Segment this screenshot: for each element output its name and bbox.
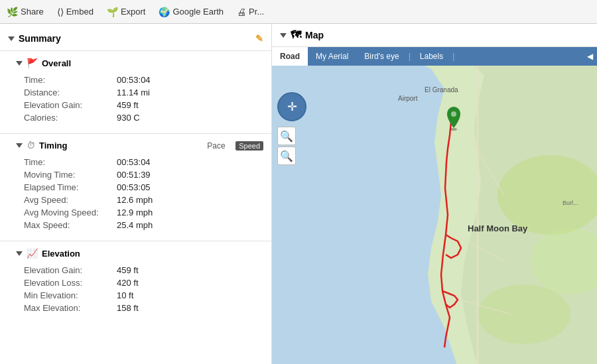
elevation-min-row: Min Elevation: 10 ft (24, 289, 271, 302)
timing-moving-time-row: Moving Time: 00:51:39 (24, 168, 271, 181)
timing-time-label: Time: (24, 157, 117, 167)
svg-text:El Granada: El Granada (425, 86, 458, 93)
zoom-in-button[interactable]: 🔍 (277, 127, 296, 145)
timing-avg-moving-speed-value: 12.9 mph (117, 208, 153, 217)
overall-distance-value: 11.14 mi (117, 88, 150, 97)
map-collapse-toggle[interactable] (280, 33, 287, 38)
print-label: Pr... (249, 7, 264, 17)
elevation-max-label: Max Elevation: (24, 303, 117, 313)
tab-aerial[interactable]: My Aerial (308, 47, 356, 66)
timing-avg-speed-row: Avg Speed: 12.6 mph (24, 194, 271, 206)
elevation-gain-value: 459 ft (117, 265, 139, 275)
tab-birds-eye[interactable]: Bird's eye (356, 47, 407, 66)
divider-1 (0, 50, 271, 51)
toolbar: 🌿 Share ⟨⟩ Embed 🌱 Export 🌍 Google Earth… (0, 0, 597, 24)
summary-title: Summary (19, 33, 61, 44)
overall-time-label: Time: (24, 75, 117, 85)
timing-elapsed-time-value: 00:53:05 (117, 182, 151, 192)
svg-point-15 (451, 111, 456, 117)
google-earth-button[interactable]: 🌍 Google Earth (159, 7, 224, 17)
timing-moving-time-value: 00:51:39 (117, 170, 151, 180)
svg-text:Airport: Airport (398, 95, 418, 102)
summary-edit-button[interactable]: ✎ (255, 33, 263, 44)
map-compass[interactable]: ✛ (277, 92, 306, 121)
print-icon: 🖨 (237, 7, 246, 17)
export-icon: 🌱 (107, 7, 118, 17)
elevation-section: 📈 Elevation Elevation Gain: 459 ft Eleva… (0, 244, 271, 321)
timing-title: Timing (39, 141, 67, 151)
speed-label: Speed (239, 142, 260, 150)
tab-separator: | (407, 52, 412, 61)
map-svg: Airport El Granada Half Moon Bay Burl... (272, 66, 597, 364)
overall-elevation-gain-value: 459 ft (117, 100, 139, 110)
embed-label: Embed (66, 7, 94, 17)
svg-text:Burl...: Burl... (563, 200, 578, 206)
zoom-out-button[interactable]: 🔍 (277, 147, 296, 165)
overall-header: 🚩 Overall (0, 54, 271, 72)
summary-header: Summary ✎ (0, 29, 271, 48)
google-earth-icon: 🌍 (159, 7, 170, 17)
timing-section: ⏱ Timing Pace Speed Time: 00:53:04 Movin… (0, 137, 271, 238)
tab-labels[interactable]: Labels (412, 47, 451, 66)
map-marker[interactable] (446, 107, 462, 131)
export-label: Export (121, 7, 146, 17)
print-button[interactable]: 🖨 Pr... (237, 7, 264, 17)
timing-moving-time-label: Moving Time: (24, 170, 117, 180)
elevation-loss-label: Elevation Loss: (24, 278, 117, 288)
timing-max-speed-value: 25.4 mph (117, 220, 153, 230)
share-button[interactable]: 🌿 Share (7, 7, 44, 17)
map-background: Airport El Granada Half Moon Bay Burl...… (272, 66, 597, 364)
map-tab-bar: Road My Aerial Bird's eye | Labels | ◀ (272, 47, 597, 66)
overall-collapse-toggle[interactable] (16, 61, 23, 66)
overall-distance-row: Distance: 11.14 mi (24, 86, 271, 99)
main-content: Summary ✎ 🚩 Overall Time: 00:53:04 Dista… (0, 24, 597, 364)
clock-icon: ⏱ (27, 141, 35, 151)
elevation-icon: 📈 (27, 248, 38, 259)
zoom-in-icon: 🔍 (280, 130, 293, 143)
embed-button[interactable]: ⟨⟩ Embed (57, 7, 94, 17)
overall-distance-label: Distance: (24, 88, 117, 97)
timing-avg-moving-speed-label: Avg Moving Speed: (24, 208, 117, 217)
speed-button[interactable]: Speed (235, 141, 263, 151)
timing-elapsed-time-label: Elapsed Time: (24, 182, 117, 192)
map-header: 🗺 Map (272, 24, 597, 47)
flag-icon: 🚩 (27, 58, 38, 68)
timing-time-row: Time: 00:53:04 (24, 156, 271, 168)
timing-collapse-toggle[interactable] (16, 143, 23, 148)
elevation-min-label: Min Elevation: (24, 290, 117, 300)
share-icon: 🌿 (7, 7, 18, 17)
overall-time-row: Time: 00:53:04 (24, 74, 271, 86)
google-earth-label: Google Earth (172, 7, 224, 17)
overall-calories-label: Calories: (24, 113, 117, 123)
elevation-loss-row: Elevation Loss: 420 ft (24, 276, 271, 289)
share-label: Share (21, 7, 44, 17)
elevation-max-value: 158 ft (117, 303, 139, 313)
overall-title: Overall (42, 58, 71, 68)
tab-road[interactable]: Road (272, 47, 308, 66)
elevation-title: Elevation (42, 249, 80, 259)
timing-max-speed-row: Max Speed: 25.4 mph (24, 219, 271, 231)
zoom-out-icon: 🔍 (280, 150, 293, 162)
elevation-gain-label: Elevation Gain: (24, 265, 117, 275)
elevation-data: Elevation Gain: 459 ft Elevation Loss: 4… (0, 263, 271, 321)
overall-elevation-gain-label: Elevation Gain: (24, 100, 117, 110)
timing-avg-moving-speed-row: Avg Moving Speed: 12.9 mph (24, 206, 271, 219)
overall-data: Time: 00:53:04 Distance: 11.14 mi Elevat… (0, 72, 271, 131)
pace-button[interactable]: Pace (207, 141, 225, 151)
svg-point-14 (450, 128, 457, 131)
elevation-collapse-toggle[interactable] (16, 251, 23, 256)
divider-3 (0, 241, 271, 241)
timing-time-value: 00:53:04 (117, 157, 151, 167)
tab-more[interactable]: ◀ (583, 52, 597, 61)
timing-avg-speed-label: Avg Speed: (24, 195, 117, 205)
embed-icon: ⟨⟩ (57, 7, 64, 17)
overall-calories-value: 930 C (117, 113, 140, 123)
svg-text:Half Moon Bay: Half Moon Bay (468, 223, 528, 233)
elevation-min-value: 10 ft (117, 290, 133, 300)
timing-header: ⏱ Timing Pace Speed (0, 137, 271, 154)
summary-collapse-toggle[interactable] (8, 36, 15, 41)
map-container[interactable]: Road My Aerial Bird's eye | Labels | ◀ (272, 47, 597, 364)
elevation-max-row: Max Elevation: 158 ft (24, 302, 271, 314)
export-button[interactable]: 🌱 Export (107, 7, 146, 17)
elevation-loss-value: 420 ft (117, 278, 139, 288)
